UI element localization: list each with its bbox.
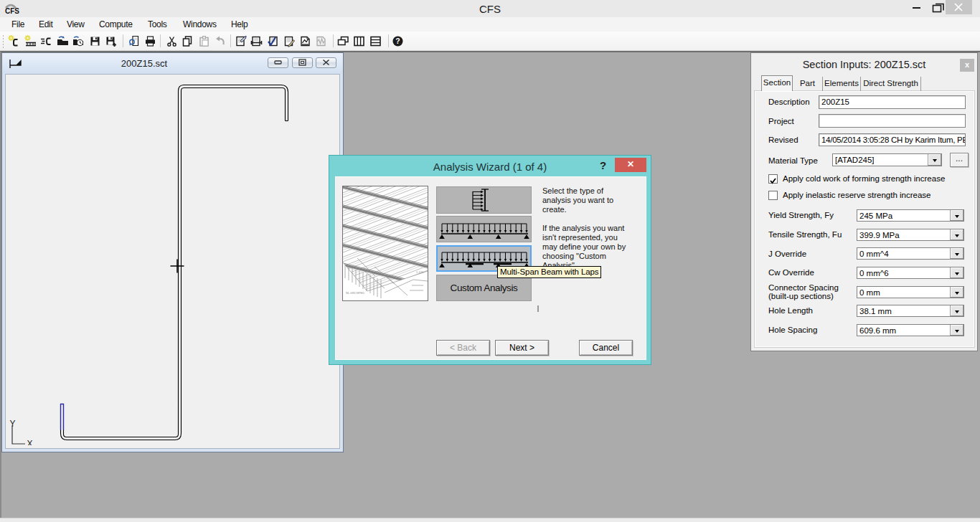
svg-text:NL GROSPED: NL GROSPED	[346, 291, 364, 295]
svg-text:1-120: 1-120	[416, 270, 424, 274]
svg-text:?: ?	[395, 37, 400, 45]
svg-text:X: X	[27, 439, 33, 446]
